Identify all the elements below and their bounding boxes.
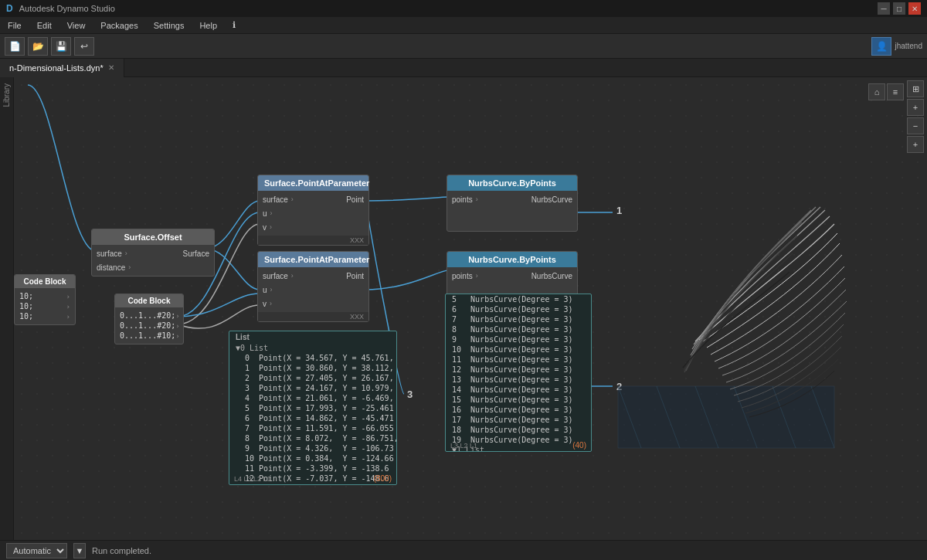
preview-item-6: 5 Point(X = 17.993, Y = -25.461 (229, 403, 396, 413)
preview-list-scroll[interactable]: ▼0 List 0 Point(X = 34.567, Y = 45.761, … (229, 343, 396, 485)
preview-list-header: List (229, 331, 396, 343)
username: jhattend (895, 42, 922, 50)
code-block-small-body: 10; › 10; › 10; › (15, 288, 75, 324)
viewport-home-button[interactable]: ⌂ (868, 83, 885, 100)
title-bar: D Autodesk Dynamo Studio ─ □ ✕ (0, 0, 927, 17)
restore-button[interactable]: □ (893, 2, 905, 15)
tab-bar: n-Dimensional-Lists.dyn* ✕ (0, 59, 927, 77)
app-icon: D (6, 3, 13, 14)
nurbs-item-14: 14 NurbsCurve(Degree = 3) (446, 385, 591, 395)
user-button[interactable]: 👤 (871, 37, 891, 56)
nurbs2-header: NurbsCurve.ByPoints (447, 252, 577, 267)
nurbs-item-16: 16 NurbsCurve(Degree = 3) (446, 405, 591, 415)
surface-point1-surface: surface › Point (258, 192, 368, 206)
zoom-fit-button[interactable]: ⊞ (907, 80, 924, 97)
code-large-line-3: 0...1...#10; › (120, 331, 178, 341)
surface-point2-footer: XXX (258, 312, 368, 321)
close-button[interactable]: ✕ (908, 2, 921, 15)
preview-item-12: 11 Point(X = -3.399, Y = -138.6 (229, 463, 396, 473)
menu-packages[interactable]: Packages (97, 19, 141, 32)
3d-preview (595, 124, 927, 463)
nurbs-result-footer: L3 L2 L1 (450, 442, 477, 450)
nurbs-result-scroll[interactable]: 5 NurbsCurve(Degree = 3) 6 NurbsCurve(De… (446, 294, 591, 451)
nurbs-item-18: 18 NurbsCurve(Degree = 3) (446, 425, 591, 435)
zoom-out-button[interactable]: − (907, 117, 924, 134)
surface-point1-footer: XXX (258, 236, 368, 245)
nurbs1-header: NurbsCurve.ByPoints (447, 175, 577, 191)
run-dropdown-button[interactable]: ▼ (73, 543, 86, 558)
code-block-large-body: 0...1...#20; › 0...1...#20; › 0...1...#1… (115, 307, 183, 344)
surface-point1-v: v › (258, 220, 368, 234)
menu-bar: File Edit View Packages Settings Help ℹ (0, 17, 927, 34)
menu-help[interactable]: Help (196, 19, 220, 32)
surface-point1-body: surface › Point u › v › (258, 191, 368, 236)
tab-main[interactable]: n-Dimensional-Lists.dyn* ✕ (0, 59, 124, 77)
viewport-mode-button[interactable]: ≡ (887, 83, 904, 100)
menu-view[interactable]: View (64, 19, 89, 32)
code-large-line-2: 0...1...#20; › (120, 321, 178, 331)
preview-item-8: 7 Point(X = 11.591, Y = -66.055 (229, 423, 396, 433)
minimize-button[interactable]: ─ (878, 2, 890, 15)
app-title: Autodesk Dynamo Studio (19, 4, 115, 13)
library-label[interactable]: Library (2, 80, 11, 110)
main-area: Library (0, 77, 927, 540)
surface-point1-node: Surface.PointAtParameter surface › Point… (257, 175, 369, 246)
nurbs-item-6: 6 NurbsCurve(Degree = 3) (446, 304, 591, 314)
code-line-2: 10; › (19, 301, 70, 311)
surface-point2-header: Surface.PointAtParameter (258, 252, 368, 267)
nurbs-item-8: 8 NurbsCurve(Degree = 3) (446, 324, 591, 334)
nurbs-result-count: (40) (572, 441, 586, 450)
marker-3: 3 (407, 389, 413, 400)
nurbs-item-11: 11 NurbsCurve(Degree = 3) (446, 355, 591, 365)
port-in-arrow2: › (128, 263, 131, 271)
titlebar-controls: ─ □ ✕ (878, 2, 921, 15)
nurbs-item-12: 12 NurbsCurve(Degree = 3) (446, 365, 591, 375)
surface-offset-body: surface › Surface distance › (92, 245, 214, 276)
surface-offset-port-distance: distance › (92, 260, 214, 274)
status-text: Run completed. (92, 546, 151, 555)
titlebar-left: D Autodesk Dynamo Studio (6, 3, 115, 14)
preview-item-2: 1 Point(X = 30.860, Y = 38.112, (229, 363, 396, 373)
open-button[interactable]: 📂 (28, 37, 48, 56)
port-arrow-2: › (66, 303, 70, 311)
port-arrow-3: › (66, 313, 70, 321)
preview-list-panel: List ▼0 List 0 Point(X = 34.567, Y = 45.… (229, 331, 397, 485)
port-large-arrow-1: › (175, 312, 179, 320)
code-line-3: 10; › (19, 311, 70, 321)
save-button[interactable]: 💾 (51, 37, 71, 56)
menu-settings[interactable]: Settings (151, 19, 188, 32)
preview-item-10: 9 Point(X = 4.326, Y = -106.73 (229, 443, 396, 453)
port-in-arrow: › (125, 249, 127, 257)
undo-button[interactable]: ↩ (74, 37, 94, 56)
preview-item-1: 0 Point(X = 34.567, Y = 45.761, (229, 353, 396, 363)
sidebar: Library (0, 77, 14, 540)
zoom-in-button[interactable]: + (907, 99, 924, 116)
run-mode-select[interactable]: Automatic (6, 543, 67, 558)
menu-edit[interactable]: Edit (34, 19, 55, 32)
code-block-large: Code Block 0...1...#20; › 0...1...#20; ›… (114, 294, 184, 344)
port-large-arrow-2: › (175, 322, 179, 330)
surface-point2-body: surface › Point u › v › (258, 267, 368, 312)
surface-point2-node: Surface.PointAtParameter surface › Point… (257, 251, 369, 322)
surface-point2-v: v › (258, 297, 368, 311)
preview-item-4: 3 Point(X = 24.167, Y = 10.979, (229, 383, 396, 393)
surface-point1-header: Surface.PointAtParameter (258, 175, 368, 191)
port-large-arrow-3: › (175, 332, 179, 340)
nurbs-item-15: 15 NurbsCurve(Degree = 3) (446, 395, 591, 405)
code-large-line-1: 0...1...#20; › (120, 311, 178, 321)
menu-info[interactable]: ℹ (229, 19, 239, 32)
zoom-more-button[interactable]: + (907, 136, 924, 153)
surface-offset-node: Surface.Offset surface › Surface distanc… (91, 229, 215, 277)
menu-file[interactable]: File (5, 19, 25, 32)
preview-item-0: ▼0 List (229, 343, 396, 353)
nurbs-item-9: 9 NurbsCurve(Degree = 3) (446, 334, 591, 344)
surface-offset-header: Surface.Offset (92, 229, 214, 245)
nurbs-item-13: 13 NurbsCurve(Degree = 3) (446, 375, 591, 385)
new-button[interactable]: 📄 (5, 37, 25, 56)
tab-close-icon[interactable]: ✕ (108, 63, 114, 72)
3d-preview-svg (595, 124, 927, 463)
preview-list-footer: L4 L3 L2 L1 (234, 475, 271, 483)
canvas[interactable]: Code Block 10; › 10; › 10; › Surfa (14, 77, 927, 540)
preview-item-5: 4 Point(X = 21.061, Y = -6.469, (229, 393, 396, 403)
nurbs-item-17: 17 NurbsCurve(Degree = 3) (446, 415, 591, 425)
